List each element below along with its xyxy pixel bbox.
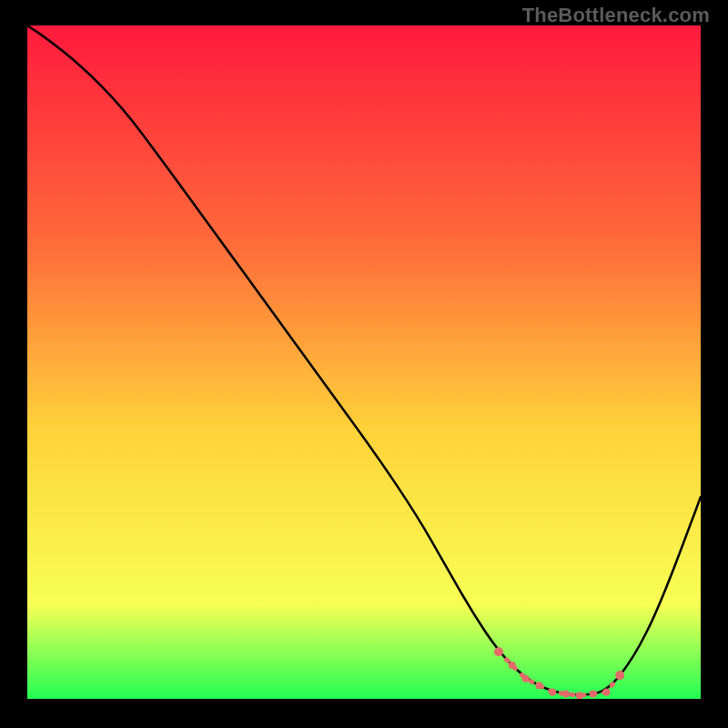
chart-svg	[27, 25, 701, 699]
optimal-marker	[615, 671, 624, 680]
optimal-marker	[590, 690, 597, 697]
chart-frame: TheBottleneck.com	[0, 0, 728, 728]
optimal-marker	[602, 689, 610, 696]
optimal-marker	[576, 692, 583, 699]
optimal-marker	[522, 675, 530, 682]
watermark-text: TheBottleneck.com	[522, 4, 710, 27]
gradient-bg	[27, 25, 701, 699]
optimal-marker	[509, 662, 516, 669]
optimal-marker	[535, 682, 542, 689]
optimal-marker	[494, 647, 503, 656]
plot-area	[27, 25, 701, 699]
optimal-marker	[549, 689, 556, 696]
optimal-marker	[562, 690, 570, 697]
